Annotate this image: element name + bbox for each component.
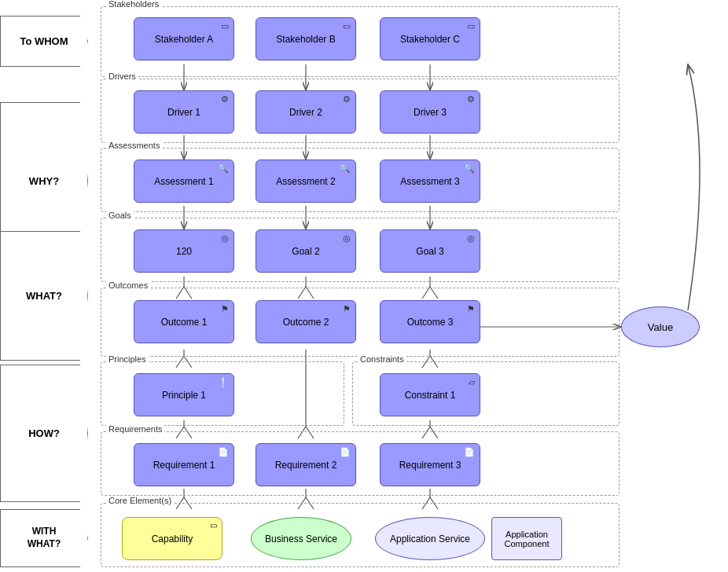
requirement-3-icon: 📄 bbox=[464, 447, 475, 457]
section-label-stakeholders: Stakeholders bbox=[106, 0, 161, 9]
node-requirement-1[interactable]: Requirement 1 📄 bbox=[134, 443, 234, 486]
stakeholder-a-icon: ▭ bbox=[221, 21, 229, 31]
node-outcome-1[interactable]: Outcome 1 ⚑ bbox=[134, 300, 234, 343]
outcome-1-icon: ⚑ bbox=[221, 304, 229, 314]
capability-icon: ▭ bbox=[210, 521, 217, 530]
label-with-what: WITH WHAT? bbox=[0, 509, 88, 567]
goal-3-icon: ◎ bbox=[467, 233, 475, 244]
principle-1-icon: ❕ bbox=[218, 377, 229, 387]
node-stakeholder-b[interactable]: Stakeholder B ▭ bbox=[256, 17, 356, 60]
driver-1-icon: ⚙ bbox=[221, 94, 229, 104]
outcome-2-icon: ⚑ bbox=[343, 304, 351, 314]
label-how: HOW? bbox=[0, 365, 88, 502]
section-label-drivers: Drivers bbox=[106, 72, 138, 81]
node-requirement-2[interactable]: Requirement 2 📄 bbox=[256, 443, 356, 486]
stakeholder-c-icon: ▭ bbox=[467, 21, 475, 31]
section-label-outcomes: Outcomes bbox=[106, 280, 150, 290]
section-label-requirements: Requirements bbox=[106, 424, 164, 434]
node-goal-2[interactable]: Goal 2 ◎ bbox=[256, 229, 356, 273]
goal-1-icon: ◎ bbox=[221, 233, 229, 244]
node-assessment-2[interactable]: Assessment 2 🔍 bbox=[256, 160, 356, 203]
node-assessment-1[interactable]: Assessment 1 🔍 bbox=[134, 160, 234, 203]
node-application-component[interactable]: Application Component bbox=[491, 517, 562, 560]
node-business-service[interactable]: Business Service bbox=[251, 517, 351, 560]
assessment-2-icon: 🔍 bbox=[340, 163, 351, 174]
node-goal-1[interactable]: 120 ◎ bbox=[134, 229, 234, 273]
node-value[interactable]: Value bbox=[621, 306, 700, 347]
node-driver-2[interactable]: Driver 2 ⚙ bbox=[256, 90, 356, 134]
section-label-assessments: Assessments bbox=[106, 141, 162, 150]
node-outcome-2[interactable]: Outcome 2 ⚑ bbox=[256, 300, 356, 343]
goal-2-icon: ◎ bbox=[343, 233, 351, 244]
label-to-whom: To WHOM bbox=[0, 16, 88, 67]
node-stakeholder-c[interactable]: Stakeholder C ▭ bbox=[380, 17, 480, 60]
node-constraint-1[interactable]: Constraint 1 ▱ bbox=[380, 373, 480, 416]
driver-2-icon: ⚙ bbox=[343, 94, 351, 104]
requirement-2-icon: 📄 bbox=[340, 447, 351, 457]
section-label-goals: Goals bbox=[106, 211, 134, 220]
outcome-3-icon: ⚑ bbox=[467, 304, 475, 314]
diagram-container: To WHOM WHY? WHAT? HOW? WITH WHAT? Stake… bbox=[0, 0, 728, 572]
requirement-1-icon: 📄 bbox=[218, 447, 229, 457]
assessment-1-icon: 🔍 bbox=[218, 163, 229, 174]
node-requirement-3[interactable]: Requirement 3 📄 bbox=[380, 443, 480, 486]
section-label-core-elements: Core Element(s) bbox=[106, 496, 174, 505]
node-capability[interactable]: ▭ Capability bbox=[122, 517, 222, 560]
node-stakeholder-a[interactable]: Stakeholder A ▭ bbox=[134, 17, 234, 60]
node-outcome-3[interactable]: Outcome 3 ⚑ bbox=[380, 300, 480, 343]
assessment-3-icon: 🔍 bbox=[464, 163, 475, 174]
node-driver-1[interactable]: Driver 1 ⚙ bbox=[134, 90, 234, 134]
node-principle-1[interactable]: Principle 1 ❕ bbox=[134, 373, 234, 416]
node-driver-3[interactable]: Driver 3 ⚙ bbox=[380, 90, 480, 134]
node-assessment-3[interactable]: Assessment 3 🔍 bbox=[380, 160, 480, 203]
stakeholder-b-icon: ▭ bbox=[343, 21, 351, 31]
driver-3-icon: ⚙ bbox=[467, 94, 475, 104]
label-what: WHAT? bbox=[0, 231, 88, 361]
node-application-service[interactable]: Application Service bbox=[375, 517, 485, 560]
section-label-constraints: Constraints bbox=[358, 354, 406, 364]
section-label-principles: Principles bbox=[106, 354, 149, 364]
constraint-1-icon: ▱ bbox=[469, 377, 475, 387]
node-goal-3[interactable]: Goal 3 ◎ bbox=[380, 229, 480, 273]
